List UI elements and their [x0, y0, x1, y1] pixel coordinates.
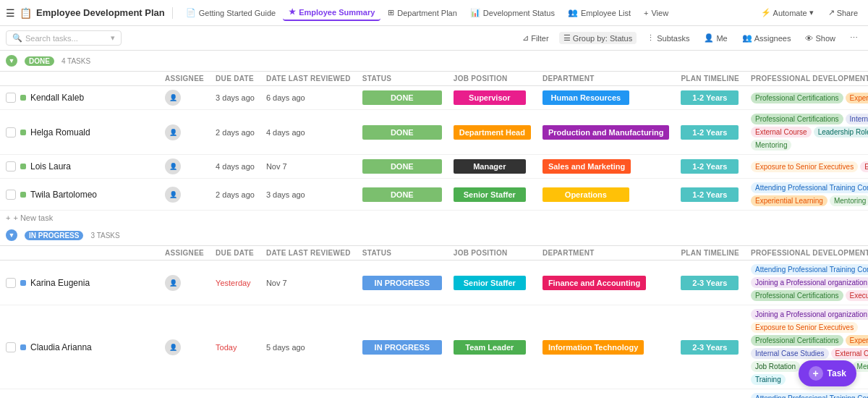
pd-tags-container: Professional CertificationsExperiential … [751, 93, 868, 103]
date-last-reviewed-cell: 6 days ago [260, 389, 357, 399]
assignee-avatar[interactable]: 👤 [165, 339, 181, 355]
fab-label: Task [827, 368, 846, 378]
plan-timeline-cell: 2-3 Years [675, 305, 745, 389]
group-header-cell: ▼ IN PROGRESS 3 TASKS [0, 225, 868, 246]
department-cell: Sales and Marketing [537, 155, 676, 179]
status-cell: IN PROGRESS [357, 305, 448, 389]
timeline-badge: 1-2 Years [681, 159, 739, 174]
group-by-button[interactable]: ☰ Group by: Status [559, 32, 637, 44]
task-name-label: Karina Eugenia [30, 278, 90, 288]
status-badge: DONE [362, 187, 442, 202]
toolbar-right: ⊿ Filter ☰ Group by: Status ⋮ Subtasks 👤… [518, 32, 862, 44]
filter-icon: ⊿ [522, 33, 529, 43]
department-cell: Research and Development [537, 389, 676, 399]
pd-tag: Executive MBA [846, 290, 868, 301]
department-badge: Production and Manufacturing [542, 125, 670, 140]
new-task-fab[interactable]: + Task [799, 360, 856, 386]
task-name-cell: Carver Kevin [0, 389, 159, 399]
group-header-in-progress[interactable]: ▼ IN PROGRESS 3 TASKS [0, 225, 868, 246]
table-row[interactable]: Carver Kevin 👤 Tomorrow 6 days ago IN PR… [0, 389, 868, 399]
assignees-icon: 👥 [742, 33, 752, 43]
table-row[interactable]: Kendall Kaleb 👤 3 days ago 6 days ago DO… [0, 86, 868, 110]
task-color-indicator [20, 344, 26, 350]
department-badge: Sales and Marketing [542, 159, 631, 174]
add-task-cell[interactable]: + + New task [0, 211, 868, 226]
col-job-position: JOB POSITION [448, 246, 537, 261]
search-box[interactable]: 🔍 Search tasks... ▾ [6, 30, 122, 46]
task-checkbox[interactable] [6, 278, 16, 288]
tab-getting-started[interactable]: 📄 Getting Started Guide [180, 5, 281, 20]
task-name-cell: Twila Bartolomeo [0, 179, 159, 211]
assignee-cell: 👤 [159, 261, 210, 305]
assignee-avatar[interactable]: 👤 [165, 124, 181, 140]
col-job-position: JOB POSITION [448, 72, 537, 86]
divider [172, 7, 173, 19]
table-row[interactable]: Helga Romuald 👤 2 days ago 4 days ago DO… [0, 110, 868, 155]
hamburger-icon[interactable]: ☰ [6, 7, 15, 19]
col-professional-development: PROFESSIONAL DEVELOPMENT [745, 72, 868, 86]
pd-tags-container: Attending Professional Training Conferen… [751, 393, 868, 398]
table-row[interactable]: Claudia Arianna 👤 Today 5 days ago IN PR… [0, 305, 868, 389]
status-cell: DONE [357, 155, 448, 179]
task-checkbox[interactable] [6, 342, 16, 352]
col-department: DEPARTMENT [537, 246, 676, 261]
tab-view-more[interactable]: + View [638, 6, 674, 20]
me-button[interactable]: 👤 Me [699, 32, 731, 44]
show-button[interactable]: 👁 Show [801, 33, 840, 44]
more-options-button[interactable]: ⋯ [846, 32, 862, 44]
date-last-reviewed-text: 4 days ago [266, 128, 305, 137]
search-placeholder: Search tasks... [25, 34, 78, 43]
pd-tag: Professional Certifications [751, 93, 843, 103]
pd-tag: Mentoring [751, 140, 791, 151]
department-cell: Operations [537, 179, 676, 211]
subtasks-button[interactable]: ⋮ Subtasks [642, 32, 694, 44]
assignee-avatar[interactable]: 👤 [165, 275, 181, 291]
table-row[interactable]: Twila Bartolomeo 👤 2 days ago 3 days ago… [0, 179, 868, 211]
filter-label: Filter [531, 34, 548, 43]
professional-development-cell: Professional CertificationsInternal Case… [745, 110, 868, 155]
assignee-cell: 👤 [159, 155, 210, 179]
table-row[interactable]: Karina Eugenia 👤 Yesterday Nov 7 IN PROG… [0, 261, 868, 305]
tab-department-plan[interactable]: ⊞ Department Plan [382, 5, 463, 20]
task-checkbox[interactable] [6, 190, 16, 200]
col-professional-development: PROFESSIONAL DEVELOPMENT [745, 246, 868, 261]
share-button[interactable]: ↗ Share [824, 6, 862, 20]
group-header-done[interactable]: ▼ DONE 4 TASKS [0, 51, 868, 72]
job-position-cell: Supervisor [448, 86, 537, 110]
plan-timeline-cell: 2-3 Years [675, 261, 745, 305]
task-color-indicator [20, 130, 26, 135]
status-badge: DONE [362, 159, 442, 174]
tab-employee-list[interactable]: 👥 Employee List [562, 5, 637, 20]
task-checkbox[interactable] [6, 161, 16, 172]
task-checkbox[interactable] [6, 93, 16, 103]
date-last-reviewed-text: Nov 7 [266, 279, 287, 287]
col-plan-timeline: PLAN TIMELINE [675, 72, 745, 86]
col-headers-in-progress: ASSIGNEE DUE DATE DATE LAST REVIEWED STA… [0, 246, 868, 261]
pd-tags-container: Attending Professional Training Conferen… [751, 264, 868, 301]
task-checkbox[interactable] [6, 127, 16, 137]
date-last-reviewed-cell: 5 days ago [260, 305, 357, 389]
status-cell: IN PROGRESS [357, 261, 448, 305]
assignee-avatar[interactable]: 👤 [165, 187, 181, 203]
department-cell: Finance and Accounting [537, 261, 676, 305]
assignee-avatar[interactable]: 👤 [165, 90, 181, 106]
app-title: Employee Development Plan [36, 7, 165, 18]
subtasks-icon: ⋮ [647, 33, 655, 43]
tab-label: Department Plan [397, 9, 457, 17]
star-icon: ★ [289, 7, 296, 17]
filter-button[interactable]: ⊿ Filter [518, 32, 553, 44]
job-position-cell: Team Leader [448, 305, 537, 389]
tab-development-status[interactable]: 📊 Development Status [464, 5, 561, 20]
tab-employee-summary[interactable]: ★ Employee Summary [283, 4, 380, 21]
list-icon: 👥 [568, 8, 578, 17]
automate-button[interactable]: ⚡ Automate ▾ [757, 6, 818, 20]
pd-tag: Joining a Professional organization [751, 277, 868, 288]
timeline-badge: 1-2 Years [681, 125, 739, 140]
add-task-row-done[interactable]: + + New task [0, 211, 868, 226]
col-status: STATUS [357, 72, 448, 86]
assignee-avatar[interactable]: 👤 [165, 158, 181, 174]
col-assignee: ASSIGNEE [159, 72, 210, 86]
table-row[interactable]: Lois Laura 👤 4 days ago Nov 7 DONE Manag… [0, 155, 868, 179]
status-badge: IN PROGRESS [362, 340, 442, 355]
assignees-button[interactable]: 👥 Assignees [738, 32, 796, 44]
